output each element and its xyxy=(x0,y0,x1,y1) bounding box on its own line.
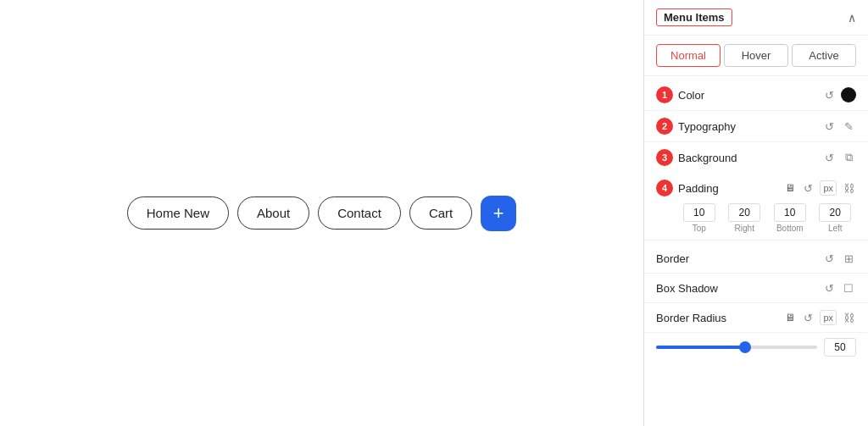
canvas-area: Home New About Contact Cart + xyxy=(0,0,643,426)
border-radius-value-input[interactable] xyxy=(824,338,856,357)
padding-icons: ↺ px ⛓ xyxy=(800,180,856,196)
border-radius-label: Border Radius xyxy=(656,312,780,324)
right-panel: Menu Items ∧ Normal Hover Active 1 Color… xyxy=(643,0,868,426)
collapse-icon[interactable]: ∧ xyxy=(848,11,856,25)
padding-link-icon[interactable]: ⛓ xyxy=(841,180,856,196)
background-property-row: 3 Background ↺ ⧉ xyxy=(644,141,868,173)
add-nav-item-button[interactable]: + xyxy=(481,196,516,231)
typography-label: Typography xyxy=(678,120,816,133)
nav-item-home[interactable]: Home New xyxy=(127,196,229,230)
plus-icon: + xyxy=(493,202,504,224)
padding-badge: 4 xyxy=(656,180,673,196)
slider-fill xyxy=(656,346,745,349)
padding-left-wrap: Left xyxy=(815,203,857,233)
slider-thumb[interactable] xyxy=(739,341,751,353)
padding-unit-select[interactable]: px xyxy=(820,180,837,196)
border-reset-icon[interactable]: ↺ xyxy=(821,251,837,266)
radius-slider-row xyxy=(656,338,856,357)
box-shadow-edit-icon[interactable]: ☐ xyxy=(841,280,856,296)
typography-property-row: 2 Typography ↺ ✎ xyxy=(644,110,868,141)
panel-header: Menu Items ∧ xyxy=(644,0,868,36)
tab-hover[interactable]: Hover xyxy=(724,44,788,67)
border-radius-reset-icon[interactable]: ↺ xyxy=(800,310,815,325)
background-copy-icon[interactable]: ⧉ xyxy=(841,150,856,165)
border-radius-link-icon[interactable]: ⛓ xyxy=(841,310,856,325)
padding-right-wrap: Right xyxy=(724,203,766,233)
background-reset-icon[interactable]: ↺ xyxy=(821,150,837,165)
border-radius-property-row: Border Radius 🖥 ↺ px ⛓ xyxy=(644,302,868,332)
padding-right-label: Right xyxy=(735,224,754,233)
padding-top-input[interactable] xyxy=(683,203,715,222)
padding-label-row: Padding 🖥 xyxy=(678,182,795,195)
border-radius-slider[interactable] xyxy=(656,346,817,349)
padding-left-label: Left xyxy=(828,224,843,233)
section-divider-1 xyxy=(644,240,868,241)
nav-menu: Home New About Contact Cart + xyxy=(127,196,516,231)
typography-reset-icon[interactable]: ↺ xyxy=(821,119,837,134)
box-shadow-label: Box Shadow xyxy=(656,282,816,295)
nav-item-about[interactable]: About xyxy=(237,196,309,230)
properties-list: 1 Color ↺ 2 Typography ↺ ✎ 3 Background … xyxy=(644,76,868,368)
color-reset-icon[interactable]: ↺ xyxy=(821,87,837,102)
color-swatch[interactable] xyxy=(841,87,856,102)
color-icons: ↺ xyxy=(821,87,856,102)
padding-bottom-label: Bottom xyxy=(776,224,804,233)
border-edit-icon[interactable]: ⊞ xyxy=(841,251,856,266)
border-radius-icons: ↺ px ⛓ xyxy=(800,310,856,325)
border-radius-slider-section xyxy=(644,332,868,365)
background-label: Background xyxy=(678,152,816,164)
padding-top-wrap: Top xyxy=(678,203,721,233)
nav-item-contact[interactable]: Contact xyxy=(318,196,401,230)
padding-top-label: Top xyxy=(693,224,706,233)
padding-controls: Top Right Bottom Left xyxy=(644,200,868,236)
typography-badge: 2 xyxy=(656,118,673,135)
typography-edit-icon[interactable]: ✎ xyxy=(841,119,856,134)
tab-active[interactable]: Active xyxy=(792,44,856,67)
padding-label: Padding xyxy=(678,182,782,195)
box-shadow-property-row: Box Shadow ↺ ☐ xyxy=(644,273,868,302)
state-tabs: Normal Hover Active xyxy=(644,36,868,76)
padding-bottom-input[interactable] xyxy=(774,203,806,222)
border-icons: ↺ ⊞ xyxy=(821,251,856,266)
border-label: Border xyxy=(656,252,816,265)
padding-property-row: 4 Padding 🖥 ↺ px ⛓ xyxy=(644,173,868,200)
padding-right-input[interactable] xyxy=(728,203,760,222)
padding-left-input[interactable] xyxy=(819,203,851,222)
typography-icons: ↺ ✎ xyxy=(821,119,856,134)
tab-normal[interactable]: Normal xyxy=(656,44,721,67)
panel-title: Menu Items xyxy=(656,8,732,26)
border-radius-monitor-icon[interactable]: 🖥 xyxy=(785,312,795,324)
padding-reset-icon[interactable]: ↺ xyxy=(800,180,815,196)
nav-item-cart[interactable]: Cart xyxy=(409,196,472,230)
border-property-row: Border ↺ ⊞ xyxy=(644,244,868,273)
box-shadow-reset-icon[interactable]: ↺ xyxy=(821,280,837,296)
color-property-row: 1 Color ↺ xyxy=(644,80,868,110)
box-shadow-icons: ↺ ☐ xyxy=(821,280,856,296)
color-label: Color xyxy=(678,89,816,102)
padding-monitor-icon[interactable]: 🖥 xyxy=(785,182,795,194)
padding-bottom-wrap: Bottom xyxy=(769,203,811,233)
border-radius-unit-select[interactable]: px xyxy=(820,310,837,325)
color-badge: 1 xyxy=(656,86,673,103)
background-badge: 3 xyxy=(656,149,673,166)
background-icons: ↺ ⧉ xyxy=(821,150,856,165)
